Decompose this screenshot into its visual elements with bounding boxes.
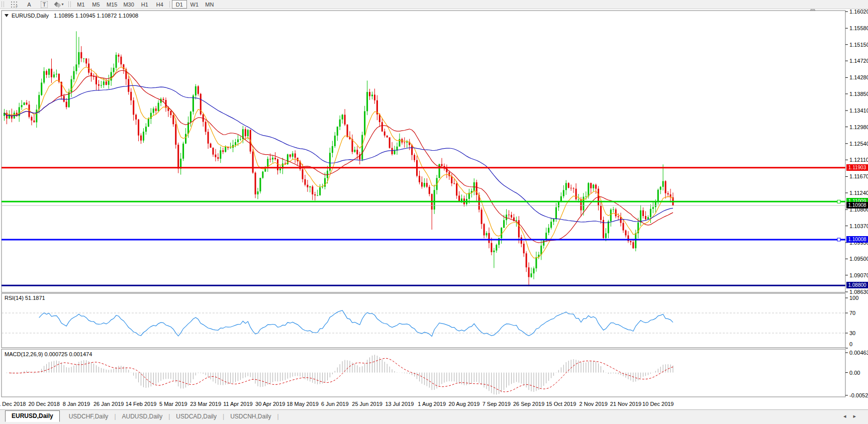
toolbar-grip-2[interactable] [68, 2, 71, 7]
date-label-1: 20 Dec 2018 [28, 401, 59, 407]
date-label-12: 13 Jul 2019 [385, 401, 414, 407]
date-label-7: 11 Apr 2019 [223, 401, 253, 407]
timeframe-button-m30[interactable]: M30 [120, 0, 137, 9]
date-label-10: 6 Jun 2019 [321, 401, 348, 407]
price-tick-1.11670: 1.11670 [849, 173, 868, 179]
timeframe-button-w1[interactable]: W1 [187, 0, 202, 9]
timeframe-button-h4[interactable]: H4 [152, 0, 167, 9]
macd-label: MACD(12,26,9) 0.000725 0.001474 [5, 351, 92, 357]
top-toolbar: F A T ▾ M1M5M15M30H1H4D1W1MN [0, 0, 868, 9]
tab-scroll-right-icon[interactable]: ▸ [853, 413, 863, 419]
price-badge-support-blue[interactable]: 1.10008 [846, 236, 868, 243]
rsi-tick-100: 100 [849, 295, 858, 301]
chart-tab-eurusd[interactable]: EURUSD,Daily [5, 410, 60, 422]
rsi-tick-30: 30 [849, 330, 855, 336]
price-tick-1.12110: 1.12110 [849, 157, 868, 163]
price-tick-1.12540: 1.12540 [849, 141, 868, 147]
price-tick-1.09070: 1.09070 [849, 272, 868, 278]
rsi-tick-0: 0 [849, 341, 852, 347]
text-label-tool-button[interactable]: A [22, 0, 37, 9]
date-label-19: 21 Nov 2019 [610, 401, 641, 407]
date-label-0: 1 Dec 2018 [0, 401, 26, 407]
timeframe-button-mn[interactable]: MN [202, 0, 217, 9]
macd-tick-0.00463: 0.00463 [849, 350, 868, 356]
price-tick-1.10370: 1.10370 [849, 223, 868, 229]
date-label-3: 26 Jan 2019 [93, 401, 124, 407]
price-tick-1.15150: 1.15150 [849, 42, 868, 48]
tab-scroll-left-icon[interactable]: ◂ [843, 413, 853, 419]
timeframe-button-h1[interactable]: H1 [137, 0, 152, 9]
price-panel [2, 11, 845, 292]
toolbar-separator [169, 1, 170, 8]
macd-panel [2, 349, 845, 397]
price-tick-1.13410: 1.13410 [849, 108, 868, 114]
date-label-5: 5 Mar 2019 [159, 401, 187, 407]
price-tick-1.12980: 1.12980 [849, 124, 868, 130]
price-tick-1.16020: 1.16020 [849, 9, 868, 15]
timeframe-button-m5[interactable]: M5 [88, 0, 104, 9]
date-label-15: 7 Sep 2019 [483, 401, 511, 407]
level-handle-support-green[interactable] [837, 200, 840, 203]
price-badge-resistance-red[interactable]: 1.11903 [846, 164, 868, 171]
grid-icon[interactable]: F [7, 0, 22, 9]
date-label-20: 10 Dec 2019 [642, 401, 673, 407]
rsi-label: RSI(14) 51.1871 [5, 295, 45, 301]
chart-tab-bar: EURUSD,DailyUSDCHF,Daily|AUDUSD,Daily|US… [0, 409, 868, 424]
macd-tick-0.00: 0.00 [849, 370, 860, 376]
symbol-dropdown-icon[interactable] [5, 14, 9, 17]
tab-divider: | [277, 411, 278, 422]
toolbar-grip[interactable] [2, 2, 4, 7]
date-label-16: 26 Sep 2019 [513, 401, 544, 407]
date-label-6: 23 Mar 2019 [190, 401, 221, 407]
date-label-14: 20 Aug 2019 [449, 401, 480, 407]
letter-t-icon: T [41, 1, 48, 8]
date-label-17: 15 Oct 2019 [546, 401, 576, 407]
date-label-8: 30 Apr 2019 [255, 401, 285, 407]
price-tick-1.09500: 1.09500 [849, 256, 868, 262]
price-tick-1.11240: 1.11240 [849, 190, 868, 196]
price-tick-1.08630: 1.08630 [849, 289, 868, 295]
date-label-4: 14 Feb 2019 [126, 401, 157, 407]
date-label-13: 1 Aug 2019 [418, 401, 446, 407]
price-tick-1.14720: 1.14720 [849, 58, 868, 64]
chart-title: EURUSD,Daily 1.10895 1.10945 1.10872 1.1… [5, 13, 138, 19]
rsi-panel [2, 293, 845, 348]
date-label-9: 18 May 2019 [286, 401, 319, 407]
date-label-18: 2 Nov 2019 [580, 401, 608, 407]
macd-tick--0.005299: -0.005299 [849, 392, 868, 398]
letter-a-icon: A [27, 2, 31, 8]
symbol-period-label: EURUSD,Daily [12, 13, 49, 19]
price-badge-support-navy[interactable]: 1.08800 [846, 282, 868, 288]
current-price-badge: 1.10908 [846, 202, 868, 208]
price-tick-1.13850: 1.13850 [849, 91, 868, 97]
chart-tab-usdchf[interactable]: USDCHF,Daily [63, 411, 115, 422]
date-label-2: 8 Jan 2019 [63, 401, 90, 407]
timeframe-button-d1[interactable]: D1 [172, 0, 187, 9]
chart-tab-usdcad[interactable]: USDCAD,Daily [170, 411, 223, 422]
format-paint-button[interactable]: ▾ [52, 0, 67, 9]
ohlc-quotes: 1.10895 1.10945 1.10872 1.10908 [54, 13, 138, 19]
price-tick-1.15580: 1.15580 [849, 25, 868, 31]
paint-diamond2-icon [56, 3, 61, 8]
text-tool-button[interactable]: T [37, 0, 52, 9]
grid-dots-icon: F [11, 2, 18, 8]
chart-canvas[interactable] [0, 0, 868, 424]
chart-tab-usdcnh[interactable]: USDCNH,Daily [224, 411, 277, 422]
date-label-11: 25 Jun 2019 [352, 401, 382, 407]
timeframe-button-m1[interactable]: M1 [73, 0, 88, 9]
level-handle-support-blue[interactable] [837, 238, 840, 241]
rsi-tick-70: 70 [849, 310, 855, 316]
price-tick-1.14280: 1.14280 [849, 74, 868, 80]
chart-tab-audusd[interactable]: AUDUSD,Daily [116, 411, 169, 422]
dropdown-caret-icon[interactable]: ▾ [61, 2, 63, 7]
timeframe-button-m15[interactable]: M15 [104, 0, 120, 9]
